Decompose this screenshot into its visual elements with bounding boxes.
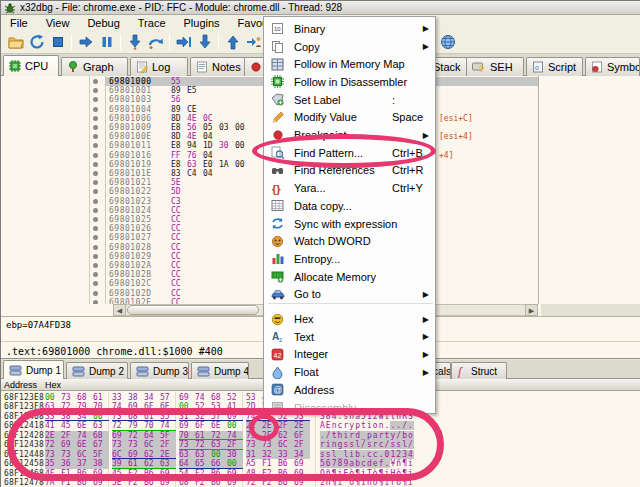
- title-bar[interactable]: x32dbg - File: chrome.exe - PID: FFC - M…: [1, 1, 640, 15]
- disasm-address: 69801011: [109, 141, 152, 150]
- menubar-item-debug[interactable]: Debug: [78, 16, 128, 30]
- breakpoint-dot-icon[interactable]: [93, 291, 98, 296]
- dump-tab-dump-2[interactable]: Dump 2: [66, 362, 128, 379]
- tab-symbols[interactable]: Symbols: [585, 57, 640, 76]
- breakpoint-dot-icon[interactable]: [93, 143, 98, 148]
- disasm-byte: 5D: [171, 187, 187, 196]
- dump-row[interactable]: 68F124787AF1B6695EF2B66968F2B66972F2B669…: [1, 478, 640, 487]
- dump-tab-dump-4[interactable]: Dump 4: [191, 362, 249, 379]
- menu-item-entropy[interactable]: Entropy...: [264, 250, 435, 268]
- tab-seh[interactable]: ?SEH: [466, 57, 524, 76]
- run-icon[interactable]: [75, 32, 96, 52]
- menu-item-label: Yara...: [294, 182, 326, 194]
- dump-row[interactable]: 68F124282E2F74686972645F70617274792F626F…: [1, 431, 640, 441]
- breakpoint-dot-icon[interactable]: [93, 125, 98, 130]
- dump-row[interactable]: 68F1244873736C5F6C69622E6363003031323334…: [1, 450, 640, 460]
- breakpoint-dot-icon[interactable]: [93, 153, 98, 158]
- breakpoint-dot-icon[interactable]: [93, 217, 98, 222]
- menu-item-find-pattern[interactable]: Find Pattern...Ctrl+B: [264, 144, 435, 162]
- breakpoint-dot-icon[interactable]: [93, 281, 98, 286]
- menubar-item-file[interactable]: File: [1, 16, 37, 30]
- menu-item-data-copy[interactable]: Data copy...: [264, 197, 435, 215]
- tab-graph[interactable]: Graph: [61, 57, 128, 76]
- menubar-item-plugins[interactable]: Plugins: [175, 16, 229, 30]
- breakpoint-dot-icon[interactable]: [93, 97, 98, 102]
- breakpoint-dot-icon[interactable]: [93, 254, 98, 259]
- menu-item-label: Sync with expression: [294, 218, 397, 230]
- menu-item-find-references[interactable]: Find ReferencesCtrl+R: [264, 162, 435, 180]
- breakpoint-dot-icon[interactable]: [93, 88, 98, 93]
- menu-item-follow-in-memory-map[interactable]: Follow in Memory Map: [264, 55, 435, 73]
- run-to-user-code-icon[interactable]: [243, 32, 264, 52]
- breakpoint-dot-icon[interactable]: [93, 263, 98, 268]
- dump-row[interactable]: 68F1241841456E6372797074696F6E002E2E2F2E…: [1, 421, 640, 431]
- menu-item-hex[interactable]: Hex▶: [264, 310, 435, 328]
- disasm-byte: 56: [171, 95, 187, 104]
- breakpoint-dot-icon[interactable]: [93, 199, 98, 204]
- menu-item-yara[interactable]: {}Yara...Ctrl+Y: [264, 179, 435, 197]
- breakpoint-dot-icon[interactable]: [93, 235, 98, 240]
- scroll-left-arrow-icon[interactable]: ◀: [113, 304, 126, 316]
- menu-item-allocate-memory[interactable]: Allocate Memory: [264, 268, 435, 286]
- menu-item-float[interactable]: Float▶: [264, 363, 435, 381]
- menu-item-label: Address: [294, 384, 334, 396]
- menu-item-set-label[interactable]: Set Label:: [264, 91, 435, 109]
- restart-icon[interactable]: [26, 32, 47, 52]
- menu-item-follow-in-disassembler[interactable]: Follow in Disassembler: [264, 73, 435, 91]
- breakpoint-dot-icon[interactable]: [93, 116, 98, 121]
- dump-tab-struct[interactable]: ʃStruct: [451, 362, 507, 379]
- step-into-icon[interactable]: [124, 32, 145, 52]
- tab-script[interactable]: oScript: [526, 57, 583, 76]
- scroll-right-arrow-icon[interactable]: ▶: [525, 304, 538, 316]
- dump-tab-dump-1[interactable]: Dump 1: [3, 360, 64, 379]
- submenu-arrow-icon: ▶: [423, 315, 429, 324]
- tab-notes[interactable]: Notes: [190, 57, 246, 76]
- breakpoint-dot-icon[interactable]: [93, 171, 98, 176]
- stop-icon[interactable]: [47, 32, 68, 52]
- menu-item-label: Find Pattern...: [294, 147, 363, 159]
- menu-item-breakpoint[interactable]: Breakpoint▶: [264, 126, 435, 144]
- step-down-icon[interactable]: [194, 32, 215, 52]
- pause-icon[interactable]: [96, 32, 117, 52]
- breakpoint-dot-icon[interactable]: [93, 245, 98, 250]
- breakpoint-dot-icon[interactable]: [93, 107, 98, 112]
- menu-item-text[interactable]: A2Text▶: [264, 328, 435, 346]
- globe-icon[interactable]: [437, 32, 458, 52]
- dump-row[interactable]: 68F12458353637383961626364656600A5F1B669…: [1, 459, 640, 469]
- tab-cpu[interactable]: CPU: [3, 55, 59, 76]
- step-out-icon[interactable]: [222, 32, 243, 52]
- menu-item-integer[interactable]: 42Integer▶: [264, 346, 435, 364]
- breakpoint-dot-icon[interactable]: [93, 272, 98, 277]
- breakpoint-dot-icon[interactable]: [93, 189, 98, 194]
- breakpoint-dot-icon[interactable]: [93, 226, 98, 231]
- menu-item-go-to[interactable]: Go to▶: [264, 286, 435, 304]
- breakpoint-dot-icon[interactable]: [93, 134, 98, 139]
- execute-till-return-icon[interactable]: [173, 32, 194, 52]
- menu-item-modify-value[interactable]: Modify ValueSpace: [264, 109, 435, 127]
- tab-log[interactable]: Log: [130, 57, 188, 76]
- menubar-item-trace[interactable]: Trace: [129, 16, 175, 30]
- step-over-icon[interactable]: [145, 32, 166, 52]
- dump-row[interactable]: 68F124684FF1B66945F2B66954F2B66948F2B669…: [1, 469, 640, 479]
- scrollbar-thumb[interactable]: [127, 305, 259, 315]
- breakpoint-dot-icon[interactable]: [93, 162, 98, 167]
- menu-item-address[interactable]: @Address: [264, 381, 435, 399]
- disasm-byte: 56: [187, 123, 203, 132]
- dump-byte-group: 41456E63: [45, 421, 109, 431]
- breakpoint-dot-icon[interactable]: [93, 180, 98, 185]
- tab-label: Symbols: [607, 61, 640, 73]
- memory-map-icon: [270, 57, 285, 71]
- dump-tab-dump-3[interactable]: Dump 3: [130, 362, 189, 379]
- menu-item-watch-dword[interactable]: Watch DWORD: [264, 232, 435, 250]
- menu-item-binary[interactable]: 10Binary▶: [264, 20, 435, 38]
- svg-text:{}: {}: [272, 183, 281, 195]
- menubar-item-view[interactable]: View: [37, 16, 79, 30]
- open-folder-icon[interactable]: [5, 32, 26, 52]
- breakpoint-dot-icon[interactable]: [93, 208, 98, 213]
- pane-divider[interactable]: [538, 76, 540, 304]
- menu-item-sync-with-expression[interactable]: Sync with expression: [264, 215, 435, 233]
- dump-row[interactable]: 68F1243872696E6773736C2F7372632F73736C2F…: [1, 440, 640, 450]
- menu-item-copy[interactable]: Copy▶: [264, 38, 435, 56]
- breakpoint-dot-icon[interactable]: [93, 79, 98, 84]
- dump-icon: [197, 366, 210, 377]
